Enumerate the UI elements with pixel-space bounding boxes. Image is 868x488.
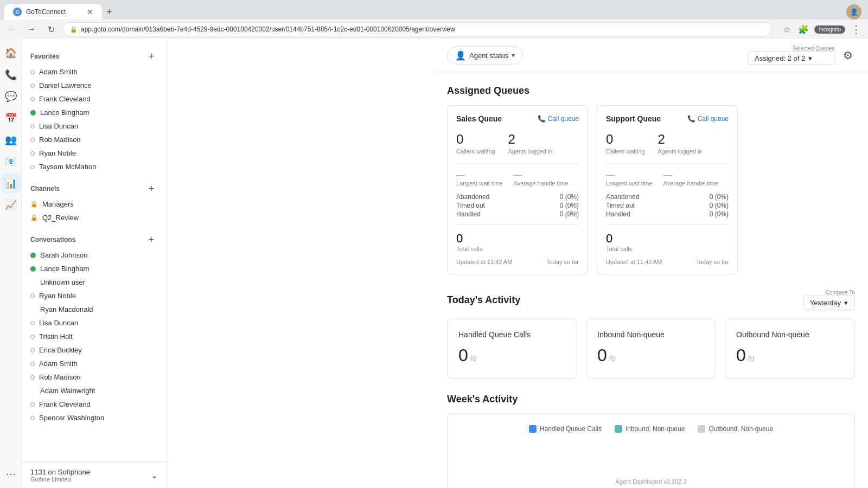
sales-call-queue-button[interactable]: 📞 Call queue — [538, 115, 579, 123]
analytics-nav-button[interactable]: 📈 — [1, 195, 21, 215]
agent-status-button[interactable]: 👤 Agent status ▾ — [447, 47, 523, 65]
url-text: app.goto.com/domain/013a6beb-7e4d-4529-9… — [81, 25, 455, 33]
contacts-nav-button[interactable]: 👥 — [1, 130, 21, 150]
sidebar-item-taysom-mcmahon[interactable]: Taysom McMahon — [22, 160, 167, 174]
sidebar-item-ryan-noble-conv[interactable]: Ryan Noble — [22, 289, 167, 303]
support-total-calls-container: 0 Total calls — [606, 232, 632, 252]
sidebar-item-rob-madison-conv[interactable]: Rob Madison — [22, 370, 167, 384]
apps-nav-button[interactable]: ⋯ — [1, 464, 21, 484]
support-call-queue-label: Call queue — [698, 115, 729, 123]
status-dot-adam-smith-conv — [30, 362, 35, 366]
sidebar-item-daniel-lawrence[interactable]: Daniel Lawrence — [22, 79, 167, 92]
bookmark-button[interactable]: ☆ — [781, 23, 793, 36]
menu-button[interactable]: ⋮ — [848, 22, 864, 37]
reload-button[interactable]: ↻ — [43, 22, 59, 37]
sidebar-item-lance-bingham[interactable]: Lance Bingham — [22, 106, 167, 119]
add-channel-button[interactable]: + — [145, 182, 158, 195]
compare-to-dropdown[interactable]: Yesterday ▾ — [803, 296, 855, 310]
sidebar-item-tristin-holt[interactable]: Tristin Holt — [22, 330, 167, 343]
outbound-nonqueue-main: 0 — [736, 345, 746, 365]
sales-callers-waiting-stat: 0 Callers waiting — [456, 132, 495, 155]
channels-section-header: Channels + — [22, 178, 167, 197]
sidebar-item-lisa-duncan[interactable]: Lisa Duncan — [22, 119, 167, 133]
lock-icon-managers: 🔒 — [30, 201, 38, 208]
status-dot-tristin-holt — [30, 335, 35, 339]
address-bar[interactable]: 🔒 app.goto.com/domain/013a6beb-7e4d-4529… — [63, 22, 772, 36]
voicemail-nav-button[interactable]: 📧 — [1, 152, 21, 171]
support-handled-row: Handled 0 (0%) — [606, 210, 729, 218]
support-abandoned-value: 0 (0%) — [710, 193, 729, 201]
tab-title: GoToConnect — [26, 8, 66, 16]
compare-to-value: Yesterday — [810, 299, 841, 307]
favorites-label: Favorites — [30, 53, 59, 60]
sidebar-item-lisa-duncan-conv[interactable]: Lisa Duncan — [22, 316, 167, 330]
sidebar-item-rob-madison[interactable]: Rob Madison — [22, 133, 167, 146]
extensions-button[interactable]: 🧩 — [796, 23, 811, 36]
browser-chrome: G GoToConnect ✕ + 👤 ← → ↻ 🔒 app.goto.com… — [0, 0, 868, 39]
sidebar-item-adam-smith[interactable]: Adam Smith — [22, 65, 167, 79]
sidebar-item-label-ryan-noble-conv: Ryan Noble — [39, 292, 76, 300]
sidebar-item-label-rob-madison-conv: Rob Madison — [39, 373, 81, 381]
softphone-status-bar[interactable]: 1131 on Softphone Guthrie Limited ⌄ — [22, 462, 167, 488]
sidebar-item-frank-cleveland-conv[interactable]: Frank Cleveland — [22, 397, 167, 411]
chat-nav-button[interactable]: 💬 — [1, 87, 21, 106]
home-nav-button[interactable]: 🏠 — [1, 43, 21, 63]
tab-close-button[interactable]: ✕ — [87, 8, 93, 16]
inbound-nonqueue-card: Inbound Non-queue 0 /0 — [586, 319, 716, 378]
handled-queue-calls-title: Handled Queue Calls — [458, 330, 566, 339]
sidebar: Favorites + Adam Smith Daniel Lawrence F… — [22, 39, 167, 488]
forward-button[interactable]: → — [24, 22, 39, 37]
main-content: 👤 Agent status ▾ Selected Queues Assigne… — [434, 39, 868, 488]
weeks-activity-chart: Handled Queue Calls Inbound, Non-queue O… — [447, 414, 855, 488]
sidebar-item-sarah-johnson[interactable]: Sarah Johnson — [22, 248, 167, 262]
support-queue-stats: 0 Callers waiting 2 Agents logged in — [606, 132, 729, 155]
sidebar-item-label-q2review: Q2_Review — [42, 214, 79, 222]
sales-agents-logged-in-label: Agents logged in — [508, 148, 553, 155]
sidebar-item-spencer-washington[interactable]: Spencer Washington — [22, 411, 167, 425]
sales-abandoned-label: Abandoned — [456, 193, 489, 201]
status-dot-ryan-noble — [30, 151, 35, 156]
selected-queues-dropdown[interactable]: Assigned: 2 of 2 ▾ — [748, 52, 834, 65]
handled-queue-calls-sub: /0 — [470, 354, 477, 363]
queue-cards-container: Sales Queue 📞 Call queue 0 Callers waiti… — [447, 105, 855, 274]
legend-label-outbound: Outbound, Non-queue — [709, 425, 773, 433]
sidebar-item-erica-buckley[interactable]: Erica Buckley — [22, 343, 167, 357]
favorites-section-header: Favorites + — [22, 46, 167, 65]
sidebar-item-q2review[interactable]: 🔒 Q2_Review — [22, 211, 167, 224]
status-dot-daniel-lawrence — [30, 84, 35, 88]
sidebar-item-label-lisa-duncan-conv: Lisa Duncan — [39, 319, 78, 327]
compare-to-chevron-icon: ▾ — [844, 299, 848, 307]
status-dot-rob-madison — [30, 138, 35, 142]
sidebar-item-lance-bingham-conv[interactable]: Lance Bingham — [22, 262, 167, 275]
browser-tab-active[interactable]: G GoToConnect ✕ — [4, 4, 102, 20]
sidebar-item-adam-wainwright[interactable]: Adam Wainwright — [22, 384, 167, 397]
settings-button[interactable]: ⚙ — [841, 47, 855, 64]
incognito-badge: Incognito — [814, 25, 845, 34]
sidebar-item-ryan-macdonald[interactable]: Ryan Macdonald — [22, 303, 167, 316]
new-tab-button[interactable]: + — [102, 7, 117, 18]
phone-nav-button[interactable]: 📞 — [1, 65, 21, 85]
add-conversation-button[interactable]: + — [145, 233, 158, 246]
support-call-queue-button[interactable]: 📞 Call queue — [687, 115, 729, 123]
sales-timedout-row: Timed out 0 (0%) — [456, 202, 579, 209]
back-button[interactable]: ← — [4, 22, 20, 37]
sidebar-item-managers[interactable]: 🔒 Managers — [22, 197, 167, 211]
phone-icon-support: 📞 — [687, 115, 695, 123]
add-favorite-button[interactable]: + — [145, 50, 158, 63]
sidebar-item-label-frank-cleveland: Frank Cleveland — [39, 95, 91, 103]
status-dot-lisa-duncan-conv — [30, 321, 35, 325]
queue-nav-button[interactable]: 📊 — [1, 174, 21, 193]
sidebar-item-frank-cleveland[interactable]: Frank Cleveland — [22, 92, 167, 106]
handled-queue-calls-value-container: 0 /0 — [458, 345, 566, 365]
sidebar-item-adam-smith-conv[interactable]: Adam Smith — [22, 357, 167, 370]
calendar-nav-button[interactable]: 📅 — [1, 108, 21, 128]
support-wait-stats: — Longest wait time — Average handle tim… — [606, 170, 729, 187]
sidebar-item-ryan-noble[interactable]: Ryan Noble — [22, 146, 167, 160]
sales-queue-footer: Updated at 11:42 AM Today so far — [456, 259, 579, 265]
softphone-title: 1131 on Softphone — [30, 468, 90, 476]
sales-breakdown: Abandoned 0 (0%) Timed out 0 (0%) Handle… — [456, 193, 579, 218]
inbound-nonqueue-main: 0 — [597, 345, 607, 365]
sidebar-item-label-daniel-lawrence: Daniel Lawrence — [39, 81, 92, 89]
sidebar-item-unknown-user[interactable]: Unknown user — [22, 275, 167, 289]
handled-queue-calls-main: 0 — [458, 345, 468, 365]
